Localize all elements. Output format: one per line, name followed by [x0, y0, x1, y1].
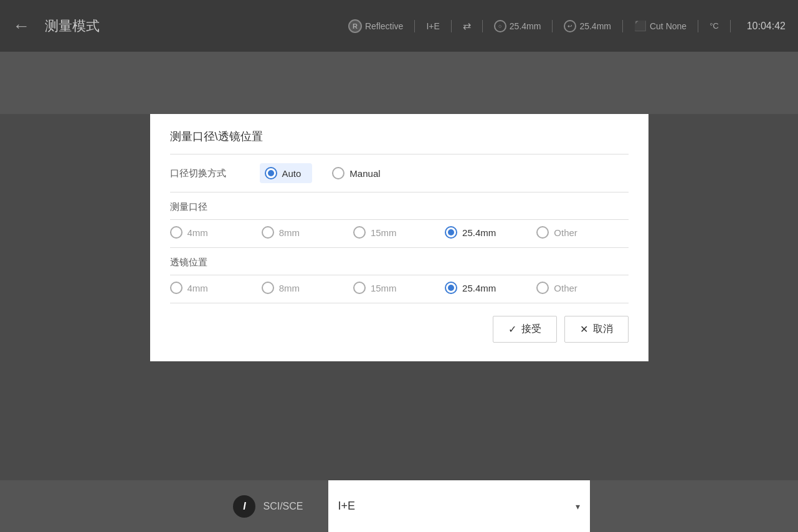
diameter-other-radio: [536, 226, 549, 239]
lens-options-row: 4mm 8mm 15mm: [170, 275, 629, 303]
sci-sce-box: I SCI/SCE: [208, 495, 328, 518]
diameter-4mm-radio: [170, 226, 183, 239]
cut-icon: ⬛: [634, 20, 647, 32]
clock: 10:04:42: [747, 21, 786, 32]
diameter-switch-row: 口径切换方式 Auto Manual: [170, 154, 629, 192]
diameter-switch-group: Auto Manual: [260, 163, 381, 183]
lens-position-title: 透镜位置: [170, 248, 629, 275]
reflective-label: Reflective: [365, 21, 403, 31]
panel-title: 测量口径\透镜位置: [170, 129, 629, 144]
manual-radio[interactable]: Manual: [332, 167, 380, 179]
lens-15mm[interactable]: 15mm: [353, 282, 445, 294]
ie-dropdown-arrow: ▾: [576, 501, 580, 511]
usb-icon: ⇄: [463, 20, 471, 32]
status-bar: R Reflective I+E ⇄ ○ 25.4mm ↩ 25.4mm: [348, 19, 786, 33]
auto-radio-dot: [268, 170, 274, 176]
diameter-25-4mm-dot: [448, 229, 454, 235]
manual-label: Manual: [349, 168, 380, 179]
diameter-options-row: 4mm 8mm 15mm: [170, 220, 629, 247]
lens-other-radio: [536, 282, 549, 294]
cut-status: ⬛ Cut None: [634, 20, 686, 32]
lens-25-4mm-dot: [448, 285, 454, 291]
aperture2-status: ↩ 25.4mm: [564, 20, 611, 32]
accept-icon: ✓: [508, 323, 516, 335]
lens-8mm-radio: [262, 282, 274, 294]
diameter-other-label: Other: [554, 227, 577, 238]
aperture1-status: ○ 25.4mm: [494, 20, 541, 32]
aperture2-label: 25.4mm: [579, 21, 611, 31]
page-title: 测量模式: [45, 17, 338, 36]
top-gray-area: [0, 52, 798, 114]
lens-25-4mm[interactable]: 25.4mm: [445, 282, 536, 294]
lens-other-label: Other: [554, 283, 577, 293]
accept-button[interactable]: ✓ 接受: [493, 316, 557, 343]
diameter-8mm-radio: [262, 226, 274, 239]
header: ← 测量模式 R Reflective I+E ⇄ ○ 25.4mm ↩: [0, 0, 798, 52]
celsius-symbol: °C: [710, 21, 719, 31]
auto-label: Auto: [282, 168, 302, 179]
cancel-button[interactable]: ✕ 取消: [564, 316, 629, 343]
diameter-4mm[interactable]: 4mm: [170, 226, 262, 239]
auto-radio-outer: [265, 167, 277, 179]
lens-4mm-label: 4mm: [188, 283, 208, 293]
lens-25-4mm-radio: [445, 282, 457, 294]
cancel-icon: ✕: [580, 323, 588, 335]
ie-value: I+E: [338, 500, 356, 513]
diameter-8mm-label: 8mm: [279, 227, 300, 238]
lens-other[interactable]: Other: [536, 282, 628, 294]
diameter-25-4mm-label: 25.4mm: [462, 227, 496, 238]
diameter-15mm-label: 15mm: [371, 227, 397, 238]
lens-8mm-label: 8mm: [279, 283, 300, 293]
diameter-15mm-radio: [353, 226, 366, 239]
middle-section: 测量口径\透镜位置 口径切换方式 Auto: [0, 114, 798, 480]
auto-radio-inner: Auto: [260, 163, 313, 183]
sci-badge-icon: I: [233, 495, 255, 518]
diameter-8mm[interactable]: 8mm: [262, 226, 353, 239]
auto-radio[interactable]: Auto: [260, 163, 313, 183]
aperture1-label: 25.4mm: [510, 21, 541, 31]
diameter-other[interactable]: Other: [536, 226, 628, 239]
usb-status: ⇄: [463, 20, 471, 32]
cut-label: Cut None: [650, 21, 686, 31]
ie-dropdown[interactable]: I+E ▾: [328, 480, 590, 532]
reflective-status: R Reflective: [348, 19, 403, 33]
measurement-diameter-title: 测量口径: [170, 192, 629, 219]
sci-sce-label: SCI/SCE: [263, 501, 303, 512]
diameter-15mm[interactable]: 15mm: [353, 226, 445, 239]
lens-4mm-radio: [170, 282, 183, 294]
lens-25-4mm-label: 25.4mm: [462, 283, 496, 293]
diameter-25-4mm-radio: [445, 226, 457, 239]
manual-radio-outer: [332, 167, 344, 179]
aperture2-icon: ↩: [564, 20, 576, 32]
button-row: ✓ 接受 ✕ 取消: [170, 303, 629, 343]
diameter-4mm-label: 4mm: [188, 227, 208, 238]
cancel-label: 取消: [593, 323, 613, 336]
aperture1-icon: ○: [494, 20, 506, 32]
lens-8mm[interactable]: 8mm: [262, 282, 353, 294]
ie-status: I+E: [426, 21, 439, 31]
reflective-icon: R: [348, 19, 362, 33]
lens-4mm[interactable]: 4mm: [170, 282, 262, 294]
diameter-25-4mm[interactable]: 25.4mm: [445, 226, 536, 239]
bottom-bar: I SCI/SCE I+E ▾: [0, 480, 798, 532]
main-panel: 测量口径\透镜位置 口径切换方式 Auto: [150, 114, 648, 361]
accept-label: 接受: [521, 323, 541, 336]
ie-label: I+E: [426, 21, 439, 31]
back-button[interactable]: ←: [12, 16, 30, 36]
diameter-switch-label: 口径切换方式: [170, 168, 245, 179]
lens-15mm-label: 15mm: [371, 283, 397, 293]
lens-15mm-radio: [353, 282, 366, 294]
